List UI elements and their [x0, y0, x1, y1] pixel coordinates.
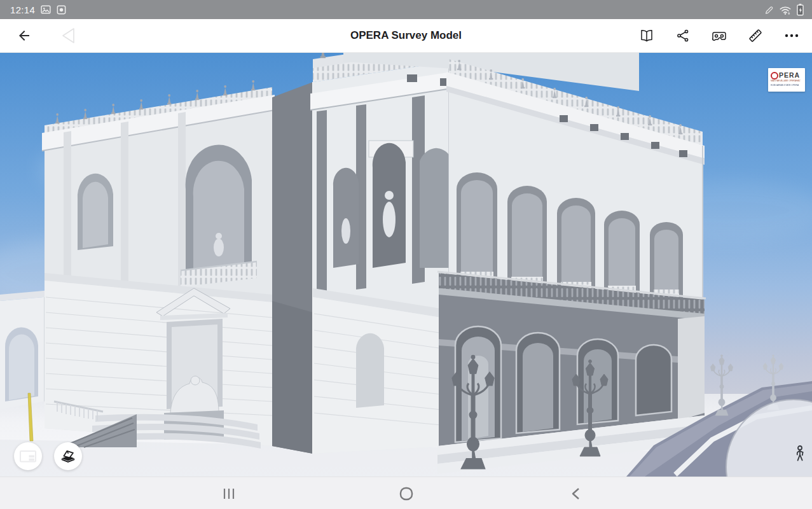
measure-button[interactable]	[743, 23, 768, 48]
page-title: OPERA Survey Model	[350, 29, 462, 42]
back-chevron-icon	[570, 487, 582, 501]
more-options-button[interactable]	[779, 23, 804, 48]
triangle-left-icon	[60, 27, 77, 45]
vr-goggles-icon	[711, 28, 727, 43]
arrow-back-icon	[17, 28, 32, 43]
app-toolbar: OPERA Survey Model	[0, 19, 812, 53]
hungarian-state-opera-logo: PERA MAGYAR ÁLLAMI OPERAHÁZ HUNGARIAN ST…	[768, 68, 805, 92]
views-fab-disabled[interactable]	[14, 442, 42, 470]
left-wing-facade	[42, 80, 275, 446]
share-icon	[675, 28, 691, 43]
nav-back-button[interactable]	[565, 477, 587, 509]
book-icon	[638, 28, 655, 43]
ruler-icon	[747, 28, 764, 43]
open-box-icon	[59, 447, 77, 465]
gallery-icon	[40, 4, 52, 15]
model-viewport[interactable]: PERA MAGYAR ÁLLAMI OPERAHÁZ HUNGARIAN ST…	[0, 53, 812, 477]
android-nav-bar	[0, 477, 812, 509]
walking-person-icon[interactable]	[792, 445, 808, 469]
status-bar: 12:14	[0, 0, 812, 19]
recents-button[interactable]	[218, 477, 240, 509]
more-options-icon	[783, 28, 800, 43]
layout-sheet-icon	[19, 449, 37, 463]
screen-record-icon	[57, 5, 66, 15]
opera-logo-line1: MAGYAR ÁLLAMI OPERAHÁZ	[771, 80, 801, 82]
left-background-arcade	[0, 290, 51, 409]
opera-logo-line2: HUNGARIAN STATE OPERA	[771, 84, 799, 87]
share-button[interactable]	[670, 23, 696, 48]
opera-house-3d-render[interactable]	[0, 53, 812, 477]
corner-pavilion	[272, 53, 451, 454]
clock: 12:14	[10, 4, 35, 15]
vr-mode-button[interactable]	[706, 23, 732, 48]
opera-logo-text: PERA	[779, 72, 800, 79]
bookmarks-button[interactable]	[634, 23, 659, 48]
previous-view-button-disabled[interactable]	[56, 23, 81, 48]
home-icon	[399, 486, 414, 501]
back-button[interactable]	[11, 23, 37, 48]
bimx-app-window: 12:14	[0, 0, 812, 509]
stylus-icon	[764, 4, 774, 15]
home-button[interactable]	[396, 477, 417, 509]
battery-charging-icon	[796, 3, 804, 16]
wifi-icon	[779, 4, 792, 15]
layers-fab[interactable]	[54, 442, 82, 470]
opera-logo-o-ring	[771, 72, 778, 80]
recents-icon	[222, 487, 236, 500]
